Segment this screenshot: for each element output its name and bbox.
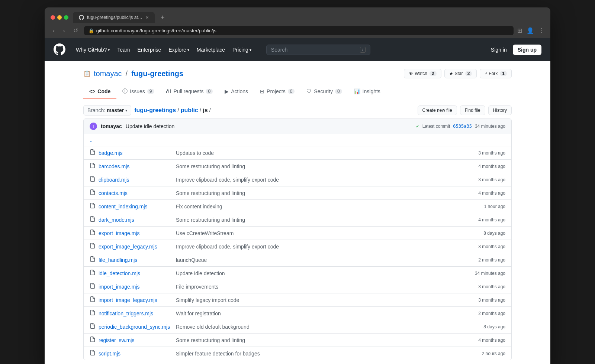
address-bar[interactable]: 🔒 github.com/tomayac/fugu-greetings/tree…: [84, 26, 514, 35]
file-name[interactable]: import_image_legacy.mjs: [99, 297, 173, 303]
file-commit: Some restructuring and linting: [176, 337, 461, 343]
forward-button[interactable]: ›: [61, 27, 67, 35]
browser-window: fugu-greetings/public/js at ma… ✕ + ‹ › …: [45, 7, 550, 364]
reload-button[interactable]: ↺: [71, 26, 80, 35]
file-name[interactable]: register_sw.mjs: [99, 337, 173, 343]
browser-titlebar: fugu-greetings/public/js at ma… ✕ +: [45, 7, 550, 23]
tab-projects[interactable]: ⊟ Projects 0: [254, 84, 300, 99]
repo-title: 📋 tomayac / fugu-greetings: [83, 69, 183, 78]
user-icon[interactable]: 👤: [527, 27, 534, 34]
new-tab-button[interactable]: +: [161, 14, 165, 22]
breadcrumb-public[interactable]: public: [181, 107, 198, 114]
create-new-file-button[interactable]: Create new file: [418, 105, 457, 115]
file-name[interactable]: import_image.mjs: [99, 284, 173, 290]
maximize-dot[interactable]: [64, 15, 68, 20]
commit-time: 34 minutes ago: [475, 124, 505, 129]
file-time: 3 months ago: [464, 284, 505, 289]
tab-issues[interactable]: ⓘ Issues 9: [116, 84, 160, 99]
breadcrumb-js: js: [203, 107, 208, 114]
file-name[interactable]: badge.mjs: [99, 150, 173, 156]
parent-dir-row: ..: [84, 134, 511, 146]
url-text: github.com/tomayac/fugu-greetings/tree/m…: [96, 28, 216, 33]
nav-why-github[interactable]: Why GitHub? ▾: [73, 45, 113, 55]
nav-marketplace[interactable]: Marketplace: [194, 45, 228, 55]
nav-explore[interactable]: Explore ▾: [165, 45, 192, 55]
file-name[interactable]: content_indexing.mjs: [99, 204, 173, 209]
file-name[interactable]: export_image_legacy.mjs: [99, 244, 173, 250]
file-row: notification_triggers.mjs Wait for regis…: [84, 307, 511, 320]
file-time: 3 months ago: [464, 177, 505, 182]
chevron-down-icon-branch: ▾: [125, 108, 127, 113]
grid-icon[interactable]: ⊞: [517, 27, 522, 34]
file-time: 2 months ago: [464, 311, 505, 316]
nav-pricing[interactable]: Pricing ▾: [229, 45, 254, 55]
back-button[interactable]: ‹: [51, 27, 57, 35]
file-name[interactable]: barcodes.mjs: [99, 163, 173, 169]
find-file-button[interactable]: Find file: [460, 105, 485, 115]
file-name[interactable]: contacts.mjs: [99, 190, 173, 196]
file-icon: [90, 243, 96, 250]
security-count: 0: [335, 89, 342, 94]
file-time: 4 months ago: [464, 164, 505, 169]
file-commit: Updates to code: [176, 150, 461, 156]
latest-commit-label: Latest commit: [422, 124, 450, 129]
star-button[interactable]: ★ Star 2: [444, 69, 477, 78]
file-time: 4 months ago: [464, 217, 505, 222]
file-name[interactable]: script.mjs: [99, 351, 173, 357]
nav-team[interactable]: Team: [114, 45, 133, 55]
watch-button[interactable]: 👁 Watch 2: [404, 69, 441, 78]
repo-tabs: <> Code ⓘ Issues 9 ⛙ Pull requests 0 ▶ A…: [83, 84, 512, 99]
commit-author[interactable]: tomayac: [101, 123, 122, 129]
page-content: Why GitHub? ▾ Team Enterprise Explore ▾ …: [45, 38, 550, 364]
file-name[interactable]: notification_triggers.mjs: [99, 311, 173, 316]
breadcrumb-trail: /: [209, 107, 211, 114]
file-row: import_image_legacy.mjs Simplify legacy …: [84, 293, 511, 307]
commit-hash[interactable]: 6535a35: [453, 124, 472, 129]
tab-pull-requests[interactable]: ⛙ Pull requests 0: [160, 84, 219, 99]
file-name[interactable]: idle_detection.mjs: [99, 270, 173, 276]
tab-insights[interactable]: 📊 Insights: [348, 84, 386, 99]
file-row: content_indexing.mjs Fix content indexin…: [84, 200, 511, 213]
commit-header: T tomayac Update idle detection ✓ Latest…: [84, 119, 511, 134]
file-name[interactable]: periodic_background_sync.mjs: [99, 324, 173, 330]
file-name[interactable]: clipboard.mjs: [99, 177, 173, 183]
file-commit: Some restructuring and linting: [176, 163, 461, 169]
breadcrumb: fugu-greetings / public / js /: [134, 107, 211, 114]
branch-selector[interactable]: Branch: master ▾: [83, 105, 131, 116]
file-icon: [90, 189, 96, 196]
pr-count: 0: [206, 89, 213, 94]
repo-actions: 👁 Watch 2 ★ Star 2 ⑂ Fork 1: [404, 69, 512, 78]
tab-security[interactable]: 🛡 Security 0: [300, 84, 348, 99]
file-icon: [90, 283, 96, 290]
breadcrumb-repo[interactable]: fugu-greetings: [134, 107, 176, 114]
repo-owner[interactable]: tomayac: [94, 69, 122, 78]
file-icon: [90, 296, 96, 303]
github-logo[interactable]: [54, 43, 65, 56]
file-icon: [90, 323, 96, 330]
signin-button[interactable]: Sign in: [491, 47, 507, 53]
close-dot[interactable]: [51, 15, 55, 20]
nav-enterprise[interactable]: Enterprise: [134, 45, 164, 55]
file-nav-left: Branch: master ▾ fugu-greetings / public…: [83, 105, 211, 116]
minimize-dot[interactable]: [57, 15, 62, 20]
file-icon: [90, 310, 96, 317]
file-name[interactable]: export_image.mjs: [99, 230, 173, 236]
fork-count: 1: [500, 71, 507, 76]
tab-actions[interactable]: ▶ Actions: [219, 84, 254, 99]
file-time: 4 months ago: [464, 191, 505, 196]
tab-close-icon[interactable]: ✕: [145, 15, 149, 20]
file-row: periodic_background_sync.mjs Remove old …: [84, 320, 511, 334]
fork-button[interactable]: ⑂ Fork 1: [480, 69, 512, 78]
browser-tab[interactable]: fugu-greetings/public/js at ma… ✕: [73, 12, 155, 23]
signup-button[interactable]: Sign up: [513, 45, 541, 55]
file-row: register_sw.mjs Some restructuring and l…: [84, 334, 511, 347]
file-name[interactable]: dark_mode.mjs: [99, 217, 173, 223]
file-name[interactable]: file_handling.mjs: [99, 257, 173, 263]
projects-icon: ⊟: [260, 88, 264, 94]
menu-icon[interactable]: ⋮: [538, 27, 544, 34]
repo-name[interactable]: fugu-greetings: [131, 69, 183, 78]
tab-code[interactable]: <> Code: [83, 84, 116, 99]
history-button[interactable]: History: [488, 105, 512, 115]
file-time: 3 months ago: [464, 298, 505, 303]
search-box[interactable]: Search /: [266, 45, 370, 55]
